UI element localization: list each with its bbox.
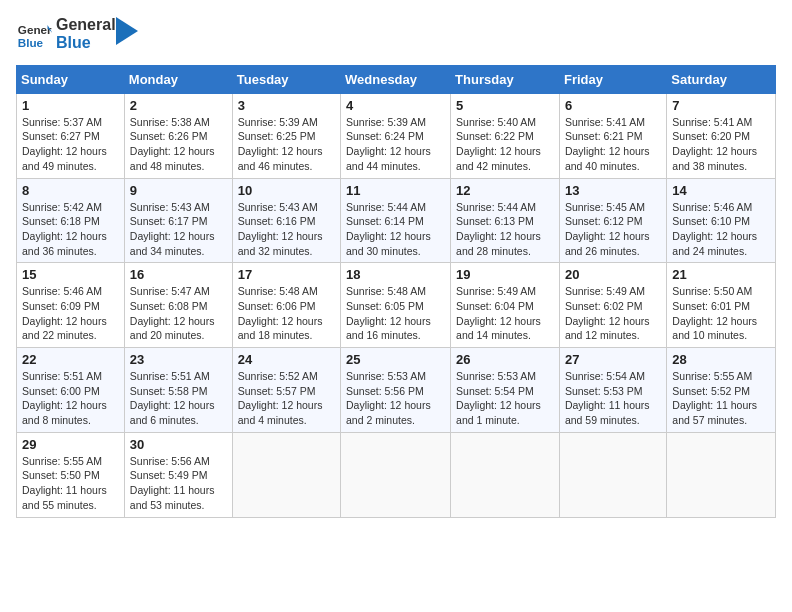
day-number: 15 — [22, 267, 119, 282]
day-header-monday: Monday — [124, 65, 232, 93]
day-info: Sunrise: 5:46 AMSunset: 6:09 PMDaylight:… — [22, 284, 119, 343]
day-header-wednesday: Wednesday — [341, 65, 451, 93]
day-info: Sunrise: 5:45 AMSunset: 6:12 PMDaylight:… — [565, 200, 661, 259]
day-info: Sunrise: 5:51 AMSunset: 6:00 PMDaylight:… — [22, 369, 119, 428]
day-info: Sunrise: 5:44 AMSunset: 6:14 PMDaylight:… — [346, 200, 445, 259]
day-info: Sunrise: 5:53 AMSunset: 5:54 PMDaylight:… — [456, 369, 554, 428]
calendar-cell: 1Sunrise: 5:37 AMSunset: 6:27 PMDaylight… — [17, 93, 125, 178]
day-number: 2 — [130, 98, 227, 113]
day-header-sunday: Sunday — [17, 65, 125, 93]
calendar-cell: 15Sunrise: 5:46 AMSunset: 6:09 PMDayligh… — [17, 263, 125, 348]
calendar-cell: 9Sunrise: 5:43 AMSunset: 6:17 PMDaylight… — [124, 178, 232, 263]
calendar-cell — [451, 432, 560, 517]
day-info: Sunrise: 5:41 AMSunset: 6:20 PMDaylight:… — [672, 115, 770, 174]
day-number: 29 — [22, 437, 119, 452]
day-info: Sunrise: 5:47 AMSunset: 6:08 PMDaylight:… — [130, 284, 227, 343]
calendar-week-row: 1Sunrise: 5:37 AMSunset: 6:27 PMDaylight… — [17, 93, 776, 178]
day-info: Sunrise: 5:49 AMSunset: 6:02 PMDaylight:… — [565, 284, 661, 343]
calendar-week-row: 29Sunrise: 5:55 AMSunset: 5:50 PMDayligh… — [17, 432, 776, 517]
calendar-cell: 13Sunrise: 5:45 AMSunset: 6:12 PMDayligh… — [559, 178, 666, 263]
calendar-cell: 5Sunrise: 5:40 AMSunset: 6:22 PMDaylight… — [451, 93, 560, 178]
calendar-cell: 25Sunrise: 5:53 AMSunset: 5:56 PMDayligh… — [341, 348, 451, 433]
logo-icon: General Blue — [16, 16, 52, 52]
day-info: Sunrise: 5:52 AMSunset: 5:57 PMDaylight:… — [238, 369, 335, 428]
day-header-saturday: Saturday — [667, 65, 776, 93]
svg-marker-3 — [116, 17, 138, 45]
day-info: Sunrise: 5:56 AMSunset: 5:49 PMDaylight:… — [130, 454, 227, 513]
calendar-cell: 22Sunrise: 5:51 AMSunset: 6:00 PMDayligh… — [17, 348, 125, 433]
calendar-cell: 27Sunrise: 5:54 AMSunset: 5:53 PMDayligh… — [559, 348, 666, 433]
day-info: Sunrise: 5:49 AMSunset: 6:04 PMDaylight:… — [456, 284, 554, 343]
calendar-cell: 7Sunrise: 5:41 AMSunset: 6:20 PMDaylight… — [667, 93, 776, 178]
day-info: Sunrise: 5:43 AMSunset: 6:16 PMDaylight:… — [238, 200, 335, 259]
day-info: Sunrise: 5:41 AMSunset: 6:21 PMDaylight:… — [565, 115, 661, 174]
day-number: 21 — [672, 267, 770, 282]
day-number: 20 — [565, 267, 661, 282]
day-info: Sunrise: 5:44 AMSunset: 6:13 PMDaylight:… — [456, 200, 554, 259]
day-number: 25 — [346, 352, 445, 367]
day-info: Sunrise: 5:37 AMSunset: 6:27 PMDaylight:… — [22, 115, 119, 174]
calendar-cell: 3Sunrise: 5:39 AMSunset: 6:25 PMDaylight… — [232, 93, 340, 178]
day-number: 11 — [346, 183, 445, 198]
calendar-table: SundayMondayTuesdayWednesdayThursdayFrid… — [16, 65, 776, 518]
day-number: 24 — [238, 352, 335, 367]
calendar-cell: 28Sunrise: 5:55 AMSunset: 5:52 PMDayligh… — [667, 348, 776, 433]
day-info: Sunrise: 5:46 AMSunset: 6:10 PMDaylight:… — [672, 200, 770, 259]
calendar-header-row: SundayMondayTuesdayWednesdayThursdayFrid… — [17, 65, 776, 93]
day-info: Sunrise: 5:39 AMSunset: 6:24 PMDaylight:… — [346, 115, 445, 174]
calendar-cell: 14Sunrise: 5:46 AMSunset: 6:10 PMDayligh… — [667, 178, 776, 263]
day-info: Sunrise: 5:55 AMSunset: 5:50 PMDaylight:… — [22, 454, 119, 513]
calendar-cell — [232, 432, 340, 517]
day-info: Sunrise: 5:53 AMSunset: 5:56 PMDaylight:… — [346, 369, 445, 428]
day-info: Sunrise: 5:39 AMSunset: 6:25 PMDaylight:… — [238, 115, 335, 174]
day-number: 10 — [238, 183, 335, 198]
day-number: 30 — [130, 437, 227, 452]
day-number: 28 — [672, 352, 770, 367]
day-number: 19 — [456, 267, 554, 282]
day-info: Sunrise: 5:50 AMSunset: 6:01 PMDaylight:… — [672, 284, 770, 343]
day-number: 13 — [565, 183, 661, 198]
calendar-cell: 20Sunrise: 5:49 AMSunset: 6:02 PMDayligh… — [559, 263, 666, 348]
calendar-cell: 24Sunrise: 5:52 AMSunset: 5:57 PMDayligh… — [232, 348, 340, 433]
day-info: Sunrise: 5:48 AMSunset: 6:06 PMDaylight:… — [238, 284, 335, 343]
day-info: Sunrise: 5:48 AMSunset: 6:05 PMDaylight:… — [346, 284, 445, 343]
calendar-cell: 6Sunrise: 5:41 AMSunset: 6:21 PMDaylight… — [559, 93, 666, 178]
calendar-cell: 4Sunrise: 5:39 AMSunset: 6:24 PMDaylight… — [341, 93, 451, 178]
calendar-cell — [667, 432, 776, 517]
day-header-friday: Friday — [559, 65, 666, 93]
day-number: 1 — [22, 98, 119, 113]
day-number: 17 — [238, 267, 335, 282]
logo-general-text: General — [56, 16, 116, 34]
calendar-week-row: 22Sunrise: 5:51 AMSunset: 6:00 PMDayligh… — [17, 348, 776, 433]
day-info: Sunrise: 5:43 AMSunset: 6:17 PMDaylight:… — [130, 200, 227, 259]
day-info: Sunrise: 5:38 AMSunset: 6:26 PMDaylight:… — [130, 115, 227, 174]
calendar-cell: 21Sunrise: 5:50 AMSunset: 6:01 PMDayligh… — [667, 263, 776, 348]
calendar-cell: 23Sunrise: 5:51 AMSunset: 5:58 PMDayligh… — [124, 348, 232, 433]
logo: General Blue General Blue — [16, 16, 138, 53]
calendar-cell: 16Sunrise: 5:47 AMSunset: 6:08 PMDayligh… — [124, 263, 232, 348]
day-info: Sunrise: 5:55 AMSunset: 5:52 PMDaylight:… — [672, 369, 770, 428]
day-number: 18 — [346, 267, 445, 282]
calendar-cell: 10Sunrise: 5:43 AMSunset: 6:16 PMDayligh… — [232, 178, 340, 263]
page-header: General Blue General Blue — [16, 16, 776, 53]
day-number: 16 — [130, 267, 227, 282]
day-number: 26 — [456, 352, 554, 367]
calendar-body: 1Sunrise: 5:37 AMSunset: 6:27 PMDaylight… — [17, 93, 776, 517]
calendar-week-row: 15Sunrise: 5:46 AMSunset: 6:09 PMDayligh… — [17, 263, 776, 348]
day-header-tuesday: Tuesday — [232, 65, 340, 93]
day-number: 9 — [130, 183, 227, 198]
calendar-cell — [341, 432, 451, 517]
day-info: Sunrise: 5:40 AMSunset: 6:22 PMDaylight:… — [456, 115, 554, 174]
calendar-cell: 8Sunrise: 5:42 AMSunset: 6:18 PMDaylight… — [17, 178, 125, 263]
calendar-cell: 19Sunrise: 5:49 AMSunset: 6:04 PMDayligh… — [451, 263, 560, 348]
day-header-thursday: Thursday — [451, 65, 560, 93]
logo-arrow-icon — [116, 17, 138, 45]
day-number: 22 — [22, 352, 119, 367]
day-number: 12 — [456, 183, 554, 198]
calendar-cell: 12Sunrise: 5:44 AMSunset: 6:13 PMDayligh… — [451, 178, 560, 263]
calendar-cell — [559, 432, 666, 517]
day-info: Sunrise: 5:54 AMSunset: 5:53 PMDaylight:… — [565, 369, 661, 428]
logo-blue-text: Blue — [56, 34, 116, 52]
day-number: 7 — [672, 98, 770, 113]
day-number: 4 — [346, 98, 445, 113]
